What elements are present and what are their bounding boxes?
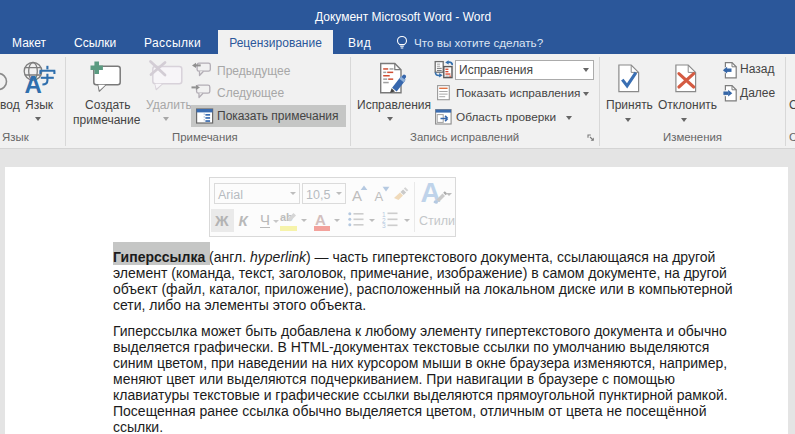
- svg-text:3: 3: [382, 222, 386, 229]
